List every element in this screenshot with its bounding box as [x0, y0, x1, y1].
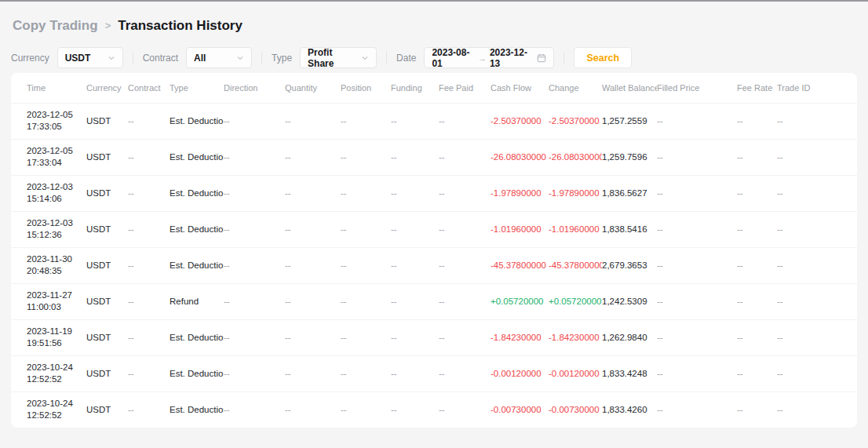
- cell-fee-rate: --: [737, 139, 777, 175]
- cell-fee-rate: --: [737, 283, 777, 319]
- cell-position: --: [341, 319, 391, 355]
- filter-divider: [563, 52, 564, 64]
- table-row: 2023-12-05 17:33:04 USDT -- Est. Deducti…: [11, 139, 857, 175]
- cell-type: Est. Deduction: [170, 103, 224, 139]
- cell-fee-rate: --: [737, 355, 777, 392]
- cell-type: Est. Deduction: [170, 175, 224, 211]
- cell-quantity: --: [285, 392, 341, 428]
- cell-filled-price: --: [657, 283, 737, 319]
- cell-time: 2023-11-19 19:51:56: [11, 319, 86, 355]
- calendar-icon: [537, 53, 546, 63]
- cell-direction: --: [224, 247, 285, 283]
- cell-wallet-balance: 1,257.2559: [602, 103, 657, 139]
- cell-filled-price: --: [657, 319, 737, 355]
- cell-contract: --: [128, 175, 170, 211]
- cell-funding: --: [391, 355, 439, 392]
- column-header: Time: [11, 73, 86, 103]
- cell-funding: --: [391, 175, 439, 211]
- contract-select[interactable]: All: [186, 47, 252, 68]
- cell-currency: USDT: [86, 355, 128, 392]
- column-header: Trade ID: [777, 73, 857, 103]
- table-row: 2023-12-03 15:14:06 USDT -- Est. Deducti…: [11, 175, 857, 211]
- page-title: Transaction History: [118, 18, 243, 34]
- column-header: Funding: [391, 73, 439, 103]
- cell-direction: --: [224, 392, 285, 428]
- cell-position: --: [341, 355, 391, 392]
- cell-time: 2023-12-03 15:14:06: [11, 175, 86, 211]
- cell-change: -26.08030000: [549, 139, 602, 175]
- cell-cash-flow: -0.00730000: [491, 392, 549, 428]
- cell-change: -1.84230000: [549, 319, 602, 355]
- breadcrumb-copy-trading[interactable]: Copy Trading: [13, 18, 98, 34]
- cell-direction: --: [224, 355, 285, 392]
- cell-funding: --: [391, 103, 439, 139]
- cell-currency: USDT: [86, 103, 128, 139]
- table-row: 2023-12-05 17:33:05 USDT -- Est. Deducti…: [11, 103, 857, 139]
- currency-select[interactable]: USDT: [57, 47, 123, 68]
- column-header: Type: [170, 73, 224, 103]
- table-row: 2023-11-27 11:00:03 USDT -- Refund -- --…: [11, 283, 857, 319]
- table-row: 2023-11-30 20:48:35 USDT -- Est. Deducti…: [11, 247, 857, 283]
- cell-fee-paid: --: [439, 392, 491, 428]
- cell-wallet-balance: 1,833.4260: [602, 392, 657, 428]
- cell-funding: --: [391, 283, 439, 319]
- cell-fee-paid: --: [439, 103, 491, 139]
- filter-divider: [261, 52, 262, 64]
- cell-position: --: [341, 247, 391, 283]
- cell-filled-price: --: [657, 247, 737, 283]
- cell-direction: --: [224, 283, 285, 319]
- column-header: Filled Price: [657, 73, 737, 103]
- cell-type: Est. Deduction: [170, 247, 224, 283]
- breadcrumb: Copy Trading > Transaction History: [0, 2, 868, 34]
- cell-contract: --: [128, 283, 170, 319]
- cell-cash-flow: -0.00120000: [491, 355, 549, 392]
- cell-cash-flow: -26.08030000: [491, 139, 549, 175]
- cell-type: Est. Deduction: [170, 392, 224, 428]
- cell-fee-paid: --: [439, 247, 491, 283]
- cell-direction: --: [224, 211, 285, 247]
- filter-group-contract: Contract All: [143, 47, 252, 68]
- filter-group-type: Type Profit Share: [272, 47, 377, 68]
- cell-time: 2023-11-27 11:00:03: [11, 283, 86, 319]
- cell-change: -0.00120000: [549, 355, 602, 392]
- column-header: Fee Paid: [439, 73, 491, 103]
- cell-quantity: --: [285, 319, 341, 355]
- column-header: Quantity: [285, 73, 341, 103]
- cell-type: Est. Deduction: [170, 355, 224, 392]
- cell-contract: --: [128, 139, 170, 175]
- chevron-down-icon: [361, 54, 369, 62]
- column-header: Wallet Balance: [602, 73, 657, 103]
- table-row: 2023-10-24 12:52:52 USDT -- Est. Deducti…: [11, 355, 857, 392]
- cell-trade-id: --: [777, 392, 857, 428]
- cell-fee-rate: --: [737, 211, 777, 247]
- cell-direction: --: [224, 175, 285, 211]
- cell-change: -1.01960000: [549, 211, 602, 247]
- cell-filled-price: --: [657, 392, 737, 428]
- filter-divider: [386, 52, 387, 64]
- cell-filled-price: --: [657, 355, 737, 392]
- cell-contract: --: [128, 355, 170, 392]
- cell-contract: --: [128, 319, 170, 355]
- cell-position: --: [341, 392, 391, 428]
- cell-type: Est. Deduction: [170, 211, 224, 247]
- cell-quantity: --: [285, 175, 341, 211]
- cell-type: Est. Deduction: [170, 139, 224, 175]
- cell-filled-price: --: [657, 103, 737, 139]
- type-select[interactable]: Profit Share: [300, 47, 377, 68]
- cell-cash-flow: -2.50370000: [491, 103, 549, 139]
- cell-direction: --: [224, 139, 285, 175]
- cell-position: --: [341, 139, 391, 175]
- column-header: Change: [549, 73, 602, 103]
- cell-trade-id: --: [777, 319, 857, 355]
- date-range-picker[interactable]: 2023-08-01 → 2023-12-13: [424, 47, 554, 68]
- cell-change: +0.05720000: [549, 283, 602, 319]
- cell-direction: --: [224, 319, 285, 355]
- column-header: Currency: [86, 73, 128, 103]
- cell-contract: --: [128, 211, 170, 247]
- search-button[interactable]: Search: [574, 47, 632, 68]
- cell-wallet-balance: 1,259.7596: [602, 139, 657, 175]
- cell-cash-flow: -1.01960000: [491, 211, 549, 247]
- cell-fee-rate: --: [737, 175, 777, 211]
- cell-change: -1.97890000: [549, 175, 602, 211]
- cell-contract: --: [128, 247, 170, 283]
